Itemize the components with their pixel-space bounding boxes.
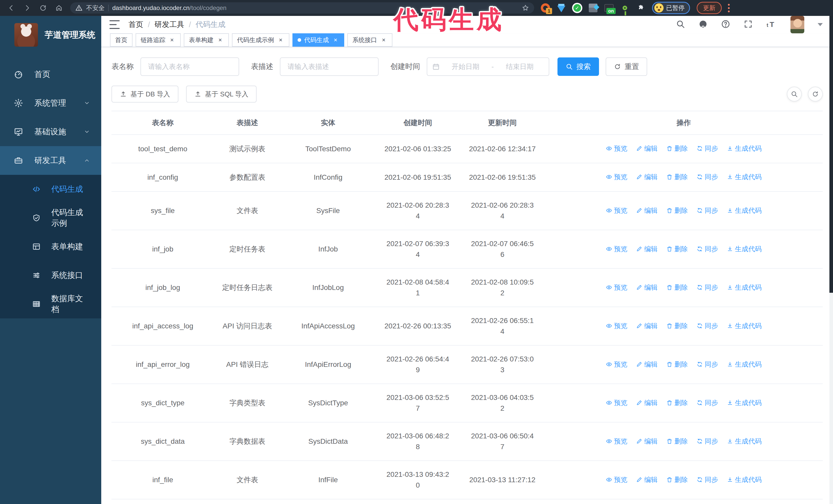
action-删除[interactable]: 删除 xyxy=(666,205,688,216)
action-删除[interactable]: 删除 xyxy=(666,359,688,370)
import-db-button[interactable]: 基于 DB 导入 xyxy=(112,86,178,102)
action-生成代码[interactable]: 生成代码 xyxy=(727,320,762,331)
github-button[interactable] xyxy=(698,20,708,30)
table-name-input[interactable] xyxy=(140,57,239,76)
sidebar-item-研发工具[interactable]: 研发工具 xyxy=(0,146,101,175)
browser-home-button[interactable] xyxy=(52,1,66,15)
sidebar-subitem-代码生成[interactable]: 代码生成 xyxy=(0,175,101,203)
gray-grid-extension[interactable] xyxy=(588,3,598,13)
action-同步[interactable]: 同步 xyxy=(697,398,718,408)
action-编辑[interactable]: 编辑 xyxy=(636,282,658,293)
action-编辑[interactable]: 编辑 xyxy=(636,205,658,216)
question-button[interactable] xyxy=(721,20,730,30)
action-同步[interactable]: 同步 xyxy=(697,243,718,254)
tab-close-icon[interactable]: × xyxy=(217,37,224,44)
browser-reload-button[interactable] xyxy=(37,1,50,15)
tab-close-icon[interactable]: × xyxy=(277,37,284,44)
browser-update-button[interactable]: 更新 xyxy=(697,2,722,14)
action-预览[interactable]: 预览 xyxy=(606,243,627,254)
action-删除[interactable]: 删除 xyxy=(666,282,688,293)
action-生成代码[interactable]: 生成代码 xyxy=(727,282,762,293)
action-预览[interactable]: 预览 xyxy=(606,205,627,216)
window-scrollbar[interactable] xyxy=(829,16,833,504)
tab-链路追踪[interactable]: 链路追踪× xyxy=(136,33,181,47)
tab-close-icon[interactable]: × xyxy=(380,37,387,44)
tab-表单构建[interactable]: 表单构建× xyxy=(184,33,229,47)
action-预览[interactable]: 预览 xyxy=(606,359,627,370)
browser-back-button[interactable] xyxy=(5,1,18,15)
browser-profile-chip[interactable]: 已暂停 xyxy=(652,2,690,14)
search-button[interactable]: 搜索 xyxy=(557,57,599,76)
action-编辑[interactable]: 编辑 xyxy=(636,359,658,370)
caret-down-icon[interactable] xyxy=(818,23,823,26)
sidebar-subitem-代码生成示例[interactable]: 代码生成示例 xyxy=(0,203,101,232)
action-编辑[interactable]: 编辑 xyxy=(636,398,658,408)
action-生成代码[interactable]: 生成代码 xyxy=(727,436,762,447)
refresh-table-button[interactable] xyxy=(808,87,823,101)
action-编辑[interactable]: 编辑 xyxy=(636,171,658,182)
action-生成代码[interactable]: 生成代码 xyxy=(727,359,762,370)
bookmark-star-icon[interactable] xyxy=(522,4,529,11)
action-编辑[interactable]: 编辑 xyxy=(636,143,658,154)
toggle-search-button[interactable] xyxy=(787,87,802,101)
action-编辑[interactable]: 编辑 xyxy=(636,243,658,254)
sidebar-subitem-系统接口[interactable]: 系统接口 xyxy=(0,261,101,290)
blue-gem-extension[interactable] xyxy=(556,3,567,13)
action-删除[interactable]: 删除 xyxy=(666,320,688,331)
tab-代码生成[interactable]: 代码生成× xyxy=(292,33,344,47)
action-删除[interactable]: 删除 xyxy=(666,243,688,254)
action-删除[interactable]: 删除 xyxy=(666,398,688,408)
action-生成代码[interactable]: 生成代码 xyxy=(727,171,762,182)
green-key-extension[interactable] xyxy=(620,3,630,13)
action-生成代码[interactable]: 生成代码 xyxy=(727,243,762,254)
action-同步[interactable]: 同步 xyxy=(697,171,718,182)
tab-首页[interactable]: 首页 xyxy=(110,33,133,47)
action-生成代码[interactable]: 生成代码 xyxy=(727,143,762,154)
green-check-extension[interactable]: ✓ xyxy=(572,3,582,13)
action-同步[interactable]: 同步 xyxy=(697,320,718,331)
breadcrumb-item-研发工具[interactable]: 研发工具 xyxy=(154,20,184,30)
action-同步[interactable]: 同步 xyxy=(697,436,718,447)
orange-ring-extension[interactable]: 1 xyxy=(540,3,551,13)
action-预览[interactable]: 预览 xyxy=(606,282,627,293)
sidebar-subitem-表单构建[interactable]: 表单构建 xyxy=(0,232,101,261)
action-删除[interactable]: 删除 xyxy=(666,436,688,447)
user-avatar[interactable] xyxy=(790,16,804,33)
security-warning-icon[interactable] xyxy=(75,4,82,11)
action-编辑[interactable]: 编辑 xyxy=(636,320,658,331)
tab-系统接口[interactable]: 系统接口× xyxy=(347,33,392,47)
table-desc-input[interactable] xyxy=(280,57,379,76)
action-同步[interactable]: 同步 xyxy=(697,474,718,485)
action-同步[interactable]: 同步 xyxy=(697,143,718,154)
action-生成代码[interactable]: 生成代码 xyxy=(727,398,762,408)
action-预览[interactable]: 预览 xyxy=(606,398,627,408)
dark-on-extension[interactable]: on xyxy=(604,3,614,13)
action-预览[interactable]: 预览 xyxy=(606,171,627,182)
date-range-picker[interactable]: 开始日期 - 结束日期 xyxy=(427,57,549,76)
scrollbar-thumb[interactable] xyxy=(829,16,833,293)
puzzle-extension[interactable] xyxy=(636,3,646,13)
tab-close-icon[interactable]: × xyxy=(168,37,175,44)
sidebar-item-首页[interactable]: 首页 xyxy=(0,60,101,89)
action-编辑[interactable]: 编辑 xyxy=(636,474,658,485)
action-同步[interactable]: 同步 xyxy=(697,282,718,293)
action-预览[interactable]: 预览 xyxy=(606,143,627,154)
sidebar-logo-row[interactable]: 芋道管理系统 xyxy=(0,16,101,53)
sidebar-item-系统管理[interactable]: 系统管理 xyxy=(0,89,101,117)
action-预览[interactable]: 预览 xyxy=(606,474,627,485)
font-size-button[interactable]: tT xyxy=(766,20,777,30)
fullscreen-button[interactable] xyxy=(743,20,753,30)
tab-close-icon[interactable]: × xyxy=(332,37,339,44)
action-预览[interactable]: 预览 xyxy=(606,320,627,331)
action-删除[interactable]: 删除 xyxy=(666,171,688,182)
import-sql-button[interactable]: 基于 SQL 导入 xyxy=(186,86,257,102)
sidebar-subitem-数据库文档[interactable]: 数据库文档 xyxy=(0,290,101,318)
browser-menu-button[interactable] xyxy=(725,2,733,14)
action-同步[interactable]: 同步 xyxy=(697,205,718,216)
browser-forward-button[interactable] xyxy=(21,1,34,15)
action-编辑[interactable]: 编辑 xyxy=(636,436,658,447)
action-同步[interactable]: 同步 xyxy=(697,359,718,370)
action-预览[interactable]: 预览 xyxy=(606,436,627,447)
sidebar-toggle-button[interactable] xyxy=(110,20,120,29)
search-button[interactable] xyxy=(676,20,685,30)
